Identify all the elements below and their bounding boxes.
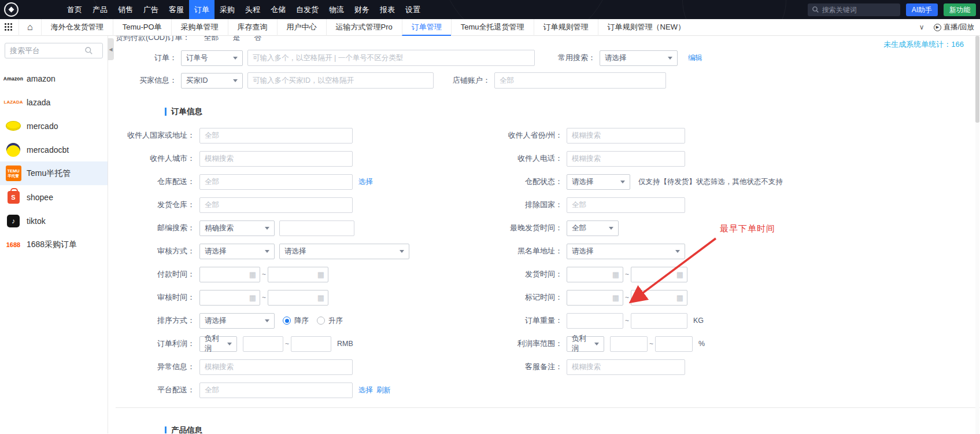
cod-option-all[interactable]: 全部	[204, 36, 219, 42]
mark-time-start-date[interactable]: ▦	[567, 290, 623, 306]
uncreated-orders-stat[interactable]: 未生成系统单统计：166	[883, 39, 964, 50]
tab-purchase-orders[interactable]: 采购单管理	[171, 19, 228, 36]
sort-asc-radio[interactable]	[317, 317, 325, 325]
tab-order-management[interactable]: 订单管理	[402, 19, 451, 36]
sidebar-item-tiktok[interactable]: ♪ tiktok	[0, 209, 108, 233]
platform-delivery-refresh-link[interactable]: 刷新	[376, 385, 391, 395]
nav-item-customer-service[interactable]: 客服	[164, 0, 189, 19]
abnormal-info-input[interactable]	[199, 359, 353, 375]
recipient-phone-input[interactable]	[567, 151, 685, 167]
nav-item-logistics[interactable]: 物流	[324, 0, 349, 19]
pay-time-end-date[interactable]: ▦	[268, 267, 328, 282]
tab-inventory-query[interactable]: 库存查询	[228, 19, 277, 36]
nav-item-product[interactable]: 产品	[87, 0, 113, 19]
sort-desc-radio[interactable]	[283, 317, 291, 325]
warehouse-status-select[interactable]: 请选择	[567, 174, 630, 190]
nav-item-orders[interactable]: 订单	[189, 0, 215, 19]
tab-temu-returns[interactable]: Temu全托退货管理	[451, 19, 534, 36]
recipient-country-input[interactable]	[199, 128, 353, 144]
cod-option-no[interactable]: 否	[254, 36, 262, 42]
order-profit-unit: RMB	[337, 340, 353, 348]
review-time-end-date[interactable]: ▦	[268, 290, 328, 306]
ship-time-end-date[interactable]: ▦	[631, 267, 687, 282]
nav-item-purchase[interactable]: 采购	[215, 0, 240, 19]
profit-rate-max-input[interactable]	[655, 336, 693, 352]
latest-ship-time-select[interactable]: 全部	[567, 220, 619, 236]
nav-item-ads[interactable]: 广告	[138, 0, 164, 19]
ai-assistant-button[interactable]: AI助手	[906, 3, 938, 16]
nav-item-settings[interactable]: 设置	[400, 0, 426, 19]
tab-order-rules[interactable]: 订单规则管理	[534, 19, 598, 36]
shop-account-input[interactable]	[494, 72, 666, 89]
cod-option-yes[interactable]: 是	[233, 36, 241, 42]
sidebar-item-lazada[interactable]: LAZADA lazada	[0, 90, 108, 114]
blacklist-address-select[interactable]: 请选择	[567, 244, 685, 259]
global-search-input[interactable]	[822, 6, 886, 14]
apps-grid-icon[interactable]	[5, 23, 13, 31]
mercadocbt-logo-icon	[0, 143, 27, 157]
sidebar-item-amazon[interactable]: Amazon amazon	[0, 67, 108, 90]
sidebar-item-mercado[interactable]: mercado	[0, 114, 108, 138]
pay-time-start-date[interactable]: ▦	[199, 267, 260, 282]
chevron-down-icon[interactable]: ∨	[919, 23, 924, 31]
quick-search-select[interactable]: 请选择	[600, 50, 678, 66]
order-profit-min-input[interactable]	[243, 336, 283, 352]
new-feature-button[interactable]: 新功能	[944, 3, 976, 16]
exclude-country-input[interactable]	[567, 197, 685, 213]
nav-item-finance[interactable]: 财务	[349, 0, 375, 19]
tab-shipping-method-pro[interactable]: 运输方式管理Pro	[326, 19, 402, 36]
review-time-start-date[interactable]: ▦	[199, 290, 260, 306]
home-icon[interactable]: ⌂	[19, 19, 41, 36]
nav-item-self-delivery[interactable]: 自发货	[291, 0, 324, 19]
sort-select[interactable]: 请选择	[199, 313, 275, 329]
sort-asc-label[interactable]: 升序	[328, 316, 343, 326]
ship-warehouse-input[interactable]	[199, 197, 353, 213]
tab-order-rules-new[interactable]: 订单规则管理（NEW）	[598, 19, 694, 36]
profit-rate-min-input[interactable]	[610, 336, 648, 352]
order-profit-max-input[interactable]	[291, 336, 331, 352]
buyer-type-select[interactable]: 买家ID	[181, 73, 243, 89]
sidebar-item-1688[interactable]: 1688 1688采购订单	[0, 233, 108, 256]
review-method-select[interactable]: 请选择	[199, 244, 275, 259]
calendar-icon: ▦	[612, 270, 619, 279]
platform-search-input[interactable]	[10, 46, 85, 55]
tab-overseas-warehouse[interactable]: 海外仓发货管理	[41, 19, 113, 36]
quick-search-edit-link[interactable]: 编辑	[688, 53, 702, 63]
nav-item-sales[interactable]: 销售	[113, 0, 138, 19]
platform-delivery-input[interactable]	[199, 382, 353, 398]
order-profit-mode-select[interactable]: 负利润	[199, 336, 237, 352]
live-replay-button[interactable]: ▶ 直播/回放	[934, 23, 974, 32]
ship-time-start-date[interactable]: ▦	[567, 267, 623, 282]
zip-search-input[interactable]	[279, 220, 354, 236]
sidebar-item-temu-semi[interactable]: TEMU半托管 Temu半托管	[0, 161, 108, 185]
tab-temu-po[interactable]: Temu-PO单	[113, 19, 171, 36]
cs-note-input[interactable]	[567, 359, 685, 375]
order-weight-max-input[interactable]	[631, 313, 687, 329]
review-method-sub-select[interactable]: 请选择	[279, 244, 409, 259]
zip-search-mode-select[interactable]: 精确搜索	[199, 220, 275, 236]
warehouse-delivery-input[interactable]	[199, 174, 353, 190]
global-search-box[interactable]	[808, 3, 900, 16]
profit-rate-mode-select[interactable]: 负利润	[567, 336, 604, 352]
recipient-state-input[interactable]	[567, 128, 685, 144]
order-type-select[interactable]: 订单号	[181, 50, 243, 66]
nav-item-warehouse[interactable]: 仓储	[265, 0, 291, 19]
nav-item-home[interactable]: 首页	[62, 0, 87, 19]
order-weight-min-input[interactable]	[567, 313, 623, 329]
sort-desc-label[interactable]: 降序	[294, 316, 309, 326]
scrollbar-thumb[interactable]	[975, 36, 979, 123]
range-tilde: ~	[625, 270, 629, 278]
warehouse-delivery-select-link[interactable]: 选择	[358, 177, 373, 187]
tab-user-center[interactable]: 用户中心	[277, 19, 326, 36]
platform-delivery-select-link[interactable]: 选择	[358, 385, 373, 395]
nav-item-first-leg[interactable]: 头程	[240, 0, 265, 19]
nav-item-reports[interactable]: 报表	[375, 0, 400, 19]
recipient-city-input[interactable]	[199, 151, 353, 167]
order-number-input[interactable]	[247, 50, 535, 66]
platform-search-box[interactable]	[5, 43, 103, 58]
sidebar-item-mercadocbt[interactable]: mercadocbt	[0, 138, 108, 161]
mark-time-end-date[interactable]: ▦	[631, 290, 687, 306]
buyer-id-input[interactable]	[247, 72, 434, 89]
sidebar-item-shopee[interactable]: S shopee	[0, 185, 108, 209]
sidebar-collapse-handle[interactable]: ◀	[108, 38, 114, 60]
